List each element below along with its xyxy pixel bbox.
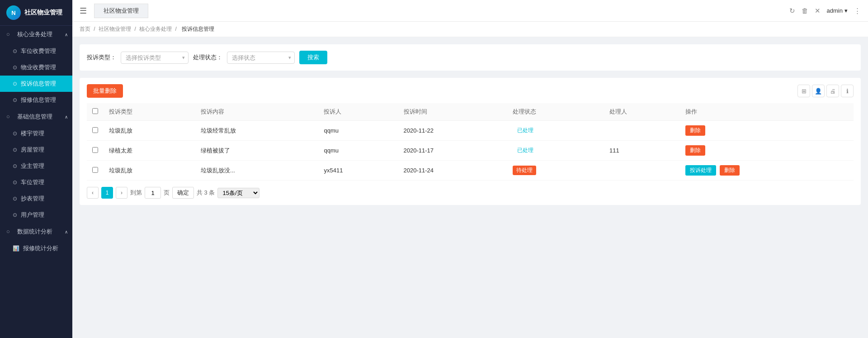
- sidebar-group-stats-title[interactable]: ○ 数据统计分析 ∧: [0, 223, 72, 240]
- sidebar-item-house-label: 房屋管理: [21, 146, 44, 154]
- pagination: ‹ 1 › 到第 页 确定 共 3 条 15条/页 20条/页 50条/页: [87, 187, 854, 199]
- topbar: ☰ 社区物业管理 ↻ 🗑 ✕ admin ▾ ⋮: [72, 0, 868, 22]
- complaint-icon: ⊙: [13, 81, 17, 87]
- core-chevron-icon: ∧: [65, 32, 68, 37]
- row3-complaint-handle-button[interactable]: 投诉处理: [685, 165, 716, 176]
- row1-status-badge: 已处理: [513, 126, 538, 135]
- goto-page-input[interactable]: [145, 187, 161, 199]
- user-icon: ⊙: [13, 212, 17, 218]
- repair-stats-icon: 📊: [13, 245, 19, 252]
- goto-label: 到第: [130, 189, 142, 197]
- sidebar-group-basic-label: 基础信息管理: [17, 113, 52, 121]
- sidebar-item-meter[interactable]: ⊙ 抄表管理: [0, 190, 72, 207]
- menu-toggle-icon[interactable]: ☰: [80, 6, 87, 16]
- sidebar-item-owner[interactable]: ⊙ 业主管理: [0, 158, 72, 174]
- sidebar-item-property-fee-label: 物业收费管理: [21, 63, 56, 71]
- row3-person: yx5411: [318, 161, 398, 181]
- sidebar-group-stats: ○ 数据统计分析 ∧ 📊 报修统计分析: [0, 223, 72, 257]
- row1-actions: 删除: [680, 121, 854, 141]
- row3-status-badge: 待处理: [513, 166, 536, 175]
- sidebar-item-user[interactable]: ⊙ 用户管理: [0, 207, 72, 223]
- sidebar-group-core-title[interactable]: ○ 核心业务处理 ∧: [0, 26, 72, 43]
- complaint-type-label: 投诉类型：: [87, 53, 116, 62]
- row3-status: 待处理: [507, 161, 604, 181]
- search-button[interactable]: 搜索: [299, 51, 327, 64]
- row1-checkbox[interactable]: [92, 127, 98, 133]
- topbar-title-tab[interactable]: 社区物业管理: [94, 4, 148, 18]
- row2-person: qqmu: [318, 141, 398, 161]
- breadcrumb-community[interactable]: 社区物业管理: [99, 26, 131, 32]
- status-select[interactable]: 选择状态: [227, 52, 295, 64]
- prev-page-button[interactable]: ‹: [87, 187, 99, 199]
- table-header: 投诉类型 投诉内容 投诉人 投诉时间 处理状态 处理人 操作: [87, 103, 854, 121]
- breadcrumb-current: 投诉信息管理: [182, 26, 214, 32]
- breadcrumb-home[interactable]: 首页: [80, 26, 90, 32]
- select-all-checkbox[interactable]: [92, 108, 98, 114]
- row2-handler: 111: [604, 141, 680, 161]
- sidebar-item-house[interactable]: ⊙ 房屋管理: [0, 142, 72, 158]
- row2-checkbox[interactable]: [92, 147, 98, 153]
- table-row: 垃圾乱放 垃圾经常乱放 qqmu 2020-11-22 已处理 删除: [87, 121, 854, 141]
- row3-actions: 投诉处理 删除: [680, 161, 854, 181]
- batch-delete-button[interactable]: 批量删除: [87, 84, 123, 98]
- sidebar-group-basic: ○ 基础信息管理 ∧ ⊙ 楼宇管理 ⊙ 房屋管理 ⊙ 业主管理 ⊙ 车位管理 ⊙…: [0, 108, 72, 223]
- complaint-type-select[interactable]: 选择投诉类型: [121, 52, 189, 64]
- header-person: 投诉人: [318, 103, 398, 121]
- admin-label: admin: [827, 7, 843, 14]
- close-icon[interactable]: ✕: [815, 7, 821, 15]
- header-status: 处理状态: [507, 103, 604, 121]
- header-time: 投诉时间: [398, 103, 508, 121]
- page-size-select[interactable]: 15条/页 20条/页 50条/页: [217, 188, 259, 198]
- breadcrumb-core[interactable]: 核心业务处理: [139, 26, 172, 32]
- breadcrumb-sep2: /: [134, 26, 136, 32]
- info-view-icon[interactable]: ℹ: [841, 85, 854, 97]
- header-actions: 操作: [680, 103, 854, 121]
- table-row: 绿植太差 绿植被拔了 qqmu 2020-11-17 已处理 111 删除: [87, 141, 854, 161]
- page-confirm-button[interactable]: 确定: [172, 187, 194, 199]
- header-content: 投诉内容: [195, 103, 318, 121]
- sidebar: N 社区物业管理 ○ 核心业务处理 ∧ ⊙ 车位收费管理 ⊙ 物业收费管理 ⊙ …: [0, 0, 72, 338]
- sidebar-group-basic-title[interactable]: ○ 基础信息管理 ∧: [0, 108, 72, 125]
- row1-delete-button[interactable]: 删除: [685, 125, 705, 136]
- person-view-icon[interactable]: 👤: [812, 85, 825, 97]
- row2-time: 2020-11-17: [398, 141, 508, 161]
- page-1-button[interactable]: 1: [101, 187, 113, 199]
- more-icon[interactable]: ⋮: [854, 7, 861, 15]
- refresh-icon[interactable]: ↻: [789, 7, 795, 15]
- delete-icon[interactable]: 🗑: [802, 7, 808, 14]
- table-view-icons: ⊞ 👤 🖨 ℹ: [797, 85, 854, 97]
- sidebar-item-building-label: 楼宇管理: [21, 129, 44, 138]
- row3-delete-button[interactable]: 删除: [720, 165, 740, 176]
- grid-view-icon[interactable]: ⊞: [797, 85, 810, 97]
- page-content: 投诉类型： 选择投诉类型 处理状态： 选择状态 搜索 批量删除 ⊞ 👤: [72, 37, 868, 338]
- table-section: 批量删除 ⊞ 👤 🖨 ℹ 投诉类型 投诉内容 投诉人: [80, 78, 861, 205]
- sidebar-item-building[interactable]: ⊙ 楼宇管理: [0, 125, 72, 142]
- row1-handler: [604, 121, 680, 141]
- sidebar-item-repair-stats[interactable]: 📊 报修统计分析: [0, 240, 72, 257]
- sidebar-item-owner-label: 业主管理: [21, 162, 44, 170]
- sidebar-item-parking[interactable]: ⊙ 车位管理: [0, 174, 72, 190]
- breadcrumb-sep1: /: [94, 26, 95, 32]
- header-type: 投诉类型: [104, 103, 195, 121]
- row1-status: 已处理: [507, 121, 604, 141]
- row1-person: qqmu: [318, 121, 398, 141]
- sidebar-item-parking-fee-label: 车位收费管理: [21, 47, 56, 55]
- sidebar-item-complaint[interactable]: ⊙ 投诉信息管理: [0, 76, 72, 92]
- print-view-icon[interactable]: 🖨: [826, 85, 839, 97]
- row3-checkbox[interactable]: [92, 167, 98, 173]
- row3-checkbox-cell: [87, 161, 104, 181]
- topbar-user[interactable]: admin ▾: [827, 7, 848, 14]
- building-icon: ⊙: [13, 130, 17, 137]
- parking-icon: ⊙: [13, 179, 17, 186]
- stats-chevron-icon: ∧: [65, 229, 68, 234]
- row2-status-badge: 已处理: [513, 146, 538, 155]
- sidebar-group-core-label: 核心业务处理: [17, 30, 52, 38]
- table-toolbar: 批量删除 ⊞ 👤 🖨 ℹ: [87, 84, 854, 98]
- sidebar-item-repair[interactable]: ⊙ 报修信息管理: [0, 92, 72, 108]
- header-checkbox-col: [87, 103, 104, 121]
- next-page-button[interactable]: ›: [116, 187, 127, 199]
- sidebar-item-property-fee[interactable]: ⊙ 物业收费管理: [0, 59, 72, 76]
- row2-delete-button[interactable]: 删除: [685, 145, 705, 156]
- sidebar-item-parking-fee[interactable]: ⊙ 车位收费管理: [0, 43, 72, 59]
- row2-content: 绿植被拔了: [195, 141, 318, 161]
